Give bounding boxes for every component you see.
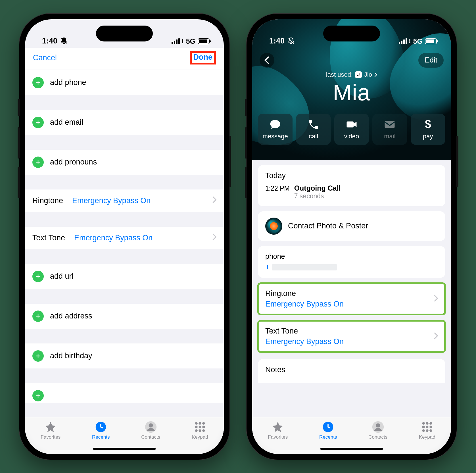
- recent-calls-card: Today 1:22 PM Outgoing Call 7 seconds: [258, 165, 445, 206]
- add-address-label: add address: [50, 312, 92, 320]
- action-message[interactable]: message: [258, 114, 293, 145]
- ringtone-row[interactable]: Ringtone Emergency Bypass On: [259, 284, 444, 314]
- contact-avatar: [265, 218, 282, 235]
- chevron-right-icon: [212, 234, 216, 242]
- action-label: message: [263, 133, 288, 140]
- add-pronouns-row[interactable]: add pronouns: [25, 150, 224, 175]
- phone-left: 1:40 ! 5G Cancel Done add phone: [19, 14, 229, 460]
- svg-point-9: [195, 429, 197, 432]
- plus-icon: [32, 390, 44, 401]
- svg-point-4: [199, 422, 201, 424]
- add-email-row[interactable]: add email: [25, 110, 224, 135]
- signal-icon: [399, 38, 407, 44]
- message-icon: [269, 118, 281, 130]
- tab-label: Recents: [92, 434, 110, 440]
- photo-poster-row[interactable]: Contact Photo & Poster: [258, 211, 445, 241]
- done-highlight: Done: [190, 51, 216, 64]
- signal-icon: [172, 38, 180, 44]
- video-icon: [346, 118, 358, 130]
- network-label: 5G: [186, 37, 195, 45]
- action-pay[interactable]: $ pay: [411, 114, 445, 145]
- ringtone-row[interactable]: Ringtone Emergency Bypass On: [25, 189, 224, 212]
- tab-label: Favorites: [268, 434, 288, 440]
- tab-label: Recents: [319, 434, 337, 440]
- home-indicator[interactable]: [320, 448, 383, 450]
- back-button[interactable]: [260, 53, 274, 68]
- action-label: call: [309, 133, 318, 140]
- action-call[interactable]: call: [296, 114, 331, 145]
- texttone-value: Emergency Bypass On: [265, 337, 434, 346]
- carrier-name: Jio: [364, 71, 372, 78]
- dynamic-island: [96, 26, 153, 41]
- add-more-row[interactable]: [25, 383, 224, 403]
- texttone-row[interactable]: Text Tone Emergency Bypass On: [25, 227, 224, 249]
- svg-point-23: [429, 426, 432, 428]
- svg-point-19: [426, 422, 428, 424]
- svg-point-17: [376, 423, 380, 428]
- chevron-right-icon: [434, 295, 438, 303]
- tab-favorites[interactable]: Favorites: [268, 421, 288, 454]
- star-icon: [272, 421, 284, 433]
- svg-point-10: [199, 429, 201, 432]
- call-kind: Outgoing Call: [294, 184, 341, 192]
- silent-icon: [60, 37, 68, 45]
- ringtone-highlight: Ringtone Emergency Bypass On: [257, 282, 446, 315]
- notes-card[interactable]: Notes: [258, 359, 445, 383]
- edit-contact-form[interactable]: add phone add email add pronouns Rington…: [25, 70, 224, 417]
- plus-icon: [32, 117, 44, 128]
- contact-name: Mia: [252, 80, 451, 106]
- action-mail: mail: [372, 114, 407, 145]
- tab-keypad[interactable]: Keypad: [192, 421, 208, 454]
- add-url-row[interactable]: add url: [25, 264, 224, 289]
- edit-button[interactable]: Edit: [418, 53, 444, 68]
- ringtone-value: Emergency Bypass On: [265, 300, 434, 309]
- action-video[interactable]: video: [334, 114, 369, 145]
- action-label: video: [344, 133, 359, 140]
- silent-icon: [287, 37, 295, 45]
- svg-point-7: [199, 426, 201, 428]
- person-icon: [145, 421, 157, 433]
- svg-point-11: [202, 429, 205, 432]
- keypad-icon: [421, 421, 433, 433]
- carrier-badge: J: [355, 71, 362, 78]
- done-button[interactable]: Done: [193, 53, 213, 61]
- svg-rect-12: [347, 121, 354, 127]
- call-duration: 7 seconds: [294, 192, 341, 200]
- tab-favorites[interactable]: Favorites: [41, 421, 60, 454]
- signal-alert-icon: !: [181, 37, 183, 45]
- action-label: mail: [384, 133, 395, 140]
- plus-icon: [32, 77, 44, 88]
- action-label: pay: [423, 133, 433, 140]
- phone-card[interactable]: phone +: [258, 246, 445, 278]
- home-indicator[interactable]: [93, 448, 156, 450]
- svg-point-3: [195, 422, 197, 424]
- cancel-button[interactable]: Cancel: [33, 53, 57, 62]
- add-address-row[interactable]: add address: [25, 304, 224, 329]
- texttone-highlight: Text Tone Emergency Bypass On: [257, 320, 446, 353]
- dynamic-island: [323, 26, 380, 41]
- last-used-row[interactable]: last used: J Jio: [252, 71, 451, 78]
- tab-label: Keypad: [419, 434, 435, 440]
- chevron-right-icon: [212, 196, 216, 205]
- tab-keypad[interactable]: Keypad: [419, 421, 435, 454]
- tab-label: Contacts: [368, 434, 387, 440]
- mail-icon: [384, 118, 396, 130]
- phone-label: phone: [265, 252, 438, 261]
- texttone-value: Emergency Bypass On: [74, 234, 206, 242]
- add-pronouns-label: add pronouns: [50, 158, 97, 166]
- svg-point-20: [429, 422, 432, 424]
- add-phone-row[interactable]: add phone: [25, 70, 224, 95]
- person-icon: [372, 421, 384, 433]
- texttone-row[interactable]: Text Tone Emergency Bypass On: [259, 322, 444, 351]
- notes-label: Notes: [265, 365, 285, 374]
- ringtone-label: Ringtone: [32, 196, 63, 205]
- ringtone-label: Ringtone: [265, 289, 434, 298]
- edit-label: Edit: [425, 56, 437, 64]
- star-icon: [44, 421, 57, 433]
- signal-alert-icon: !: [409, 37, 411, 45]
- plus-icon: [32, 350, 44, 362]
- add-birthday-row[interactable]: add birthday: [25, 343, 224, 368]
- svg-text:$: $: [425, 118, 431, 130]
- add-email-label: add email: [50, 118, 83, 127]
- status-time: 1:40: [42, 37, 57, 45]
